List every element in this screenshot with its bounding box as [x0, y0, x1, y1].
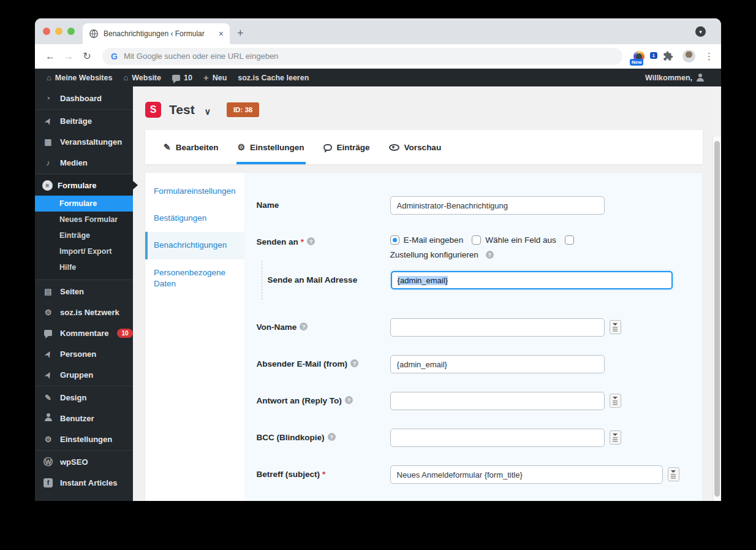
merge-tag-icon[interactable]: [610, 394, 621, 408]
help-icon[interactable]: [345, 396, 353, 404]
admin-bar-account[interactable]: Willkommen,: [640, 74, 710, 82]
page-title: Test: [169, 102, 195, 117]
send-to-email-input[interactable]: {admin_email}: [391, 271, 673, 289]
submenu-item-neues-formular[interactable]: Neues Formular: [35, 212, 133, 227]
browser-tab[interactable]: Benachrichtigungen ‹ Formular ×: [83, 23, 230, 44]
sidebar-item-einstellungen[interactable]: ⚙Einstellungen: [35, 429, 133, 449]
admin-bar-comments[interactable]: 10: [167, 74, 198, 82]
radio-icon[interactable]: [390, 235, 399, 245]
window-controls: [43, 28, 75, 35]
new-tab-button[interactable]: +: [237, 27, 244, 40]
sidebar-item-design[interactable]: ✎Design: [35, 387, 133, 408]
field-label: Von-Name: [257, 318, 390, 337]
reply-to-input[interactable]: [390, 392, 605, 410]
main-content: S Test ∨ ID: 38 ✎Bearbeiten ⚙Einstellung…: [133, 86, 721, 501]
tab-strip: Benachrichtigungen ‹ Formular × + ▾: [35, 18, 721, 44]
help-icon[interactable]: [350, 359, 358, 367]
submenu-item-hilfe[interactable]: Hilfe: [35, 259, 133, 275]
camera-extension-icon[interactable]: New: [633, 51, 644, 62]
submenu-item-eintraege[interactable]: Einträge: [35, 227, 133, 243]
minimize-window-button[interactable]: [55, 28, 62, 35]
admin-bar-cache[interactable]: soz.is Cache leeren: [232, 74, 314, 82]
from-name-input[interactable]: [390, 318, 605, 337]
field-row-sende-an-mail: Sende an Mail Adresse {admin_email}: [262, 261, 690, 300]
bcc-input[interactable]: [390, 429, 605, 447]
sidebar-item-slimstat[interactable]: ▂▅Slimstat: [35, 493, 133, 501]
sidebar-item-medien[interactable]: ♪Medien: [35, 152, 133, 173]
settings-panel: Formulareinstellungen Bestätigungen Bena…: [145, 173, 703, 501]
radio-zustellung-icon[interactable]: [565, 235, 574, 245]
sidebar-item-instant-articles[interactable]: fInstant Articles: [35, 472, 133, 493]
tab-close-icon[interactable]: ×: [217, 29, 225, 39]
scrollbar-thumb[interactable]: [714, 141, 720, 497]
user-icon: [42, 413, 54, 423]
merge-tag-icon[interactable]: [610, 430, 621, 445]
forward-icon[interactable]: →: [61, 51, 77, 62]
zoom-window-button[interactable]: [67, 28, 75, 35]
sidebar-item-dashboard[interactable]: ◔Dashboard: [35, 88, 133, 109]
help-icon[interactable]: [300, 323, 308, 330]
tab-eintraege[interactable]: Einträge: [322, 130, 371, 164]
form-switcher-caret-icon[interactable]: ∨: [205, 107, 211, 116]
settings-nav-benachrichtigungen[interactable]: Benachrichtigungen: [145, 232, 244, 259]
pages-icon: ▤: [42, 287, 54, 296]
settings-nav-bestaetigungen[interactable]: Bestätigungen: [145, 205, 244, 232]
sidebar-item-formulare[interactable]: ≡Formulare: [35, 175, 133, 196]
help-icon[interactable]: [328, 433, 336, 441]
wp-admin-bar: ⌂Meine Websites ⌂Website 10 +Neu soz.is …: [35, 69, 721, 86]
browser-menu-icon[interactable]: ⋮: [705, 51, 714, 62]
sidebar-item-seiten[interactable]: ▤Seiten: [35, 281, 133, 302]
sidebar-item-gruppen[interactable]: ➤Gruppen: [35, 364, 133, 385]
radio-email-eingeben[interactable]: E-Mail eingeben: [390, 235, 464, 245]
tab-search-chevron-icon[interactable]: ▾: [695, 26, 706, 37]
merge-tag-icon[interactable]: [610, 320, 621, 334]
comment-bubble-icon: [172, 75, 180, 81]
merge-tag-icon[interactable]: [668, 467, 679, 481]
browser-toolbar: ← → ↻ G Mit Google suchen oder eine URL …: [35, 44, 721, 69]
settings-nav-personenbezogene-daten[interactable]: Personenbezogene Daten: [145, 259, 244, 297]
settings-nav-formulareinstellungen[interactable]: Formulareinstellungen: [145, 178, 244, 205]
field-row-senden-an: Senden an* E-Mail eingeben Wähle ein Fel…: [257, 233, 690, 259]
admin-bar-site[interactable]: ⌂Website: [118, 73, 167, 82]
user-icon: [696, 74, 705, 82]
tab-bearbeiten[interactable]: ✎Bearbeiten: [162, 130, 220, 164]
submenu-item-import-export[interactable]: Import/ Export: [35, 243, 133, 259]
tab-vorschau[interactable]: Vorschau: [388, 130, 443, 164]
address-bar[interactable]: G Mit Google suchen oder eine URL eingeb…: [102, 48, 622, 65]
sidebar-item-wpseo[interactable]: ⓌwpSEO: [35, 451, 133, 472]
selected-text: {admin_email}: [398, 276, 448, 285]
sidebar-item-veranstaltungen[interactable]: ▦Veranstaltungen: [35, 131, 133, 152]
sidebar-item-sozis-netzwerk[interactable]: ⚙soz.is Netzwerk: [35, 302, 133, 323]
profile-avatar[interactable]: [682, 50, 695, 63]
sidebar-item-kommentare[interactable]: Kommentare10: [35, 323, 133, 343]
from-email-input[interactable]: [390, 355, 605, 373]
pin-icon: ➤: [41, 346, 55, 361]
close-window-button[interactable]: [43, 28, 50, 35]
extensions-puzzle-icon[interactable]: [663, 51, 673, 61]
field-row-von-name: Von-Name: [257, 318, 690, 337]
sidebar-item-benutzer[interactable]: Benutzer: [35, 408, 133, 429]
tab-einstellungen[interactable]: ⚙Einstellungen: [236, 130, 306, 164]
google-g-icon: G: [111, 52, 118, 61]
sidebar-item-personen[interactable]: ➤Personen: [35, 343, 133, 364]
wp-sidebar: ◔Dashboard ➤Beiträge ▦Veranstaltungen ♪M…: [35, 86, 133, 501]
tab-title: Benachrichtigungen ‹ Formular: [104, 29, 213, 38]
radio-icon[interactable]: [472, 235, 481, 245]
page-scrollbar: [713, 137, 721, 501]
help-icon[interactable]: [307, 237, 315, 245]
sidebar-item-beitraege[interactable]: ➤Beiträge: [35, 110, 133, 131]
form-tabs: ✎Bearbeiten ⚙Einstellungen Einträge Vors…: [145, 130, 703, 164]
radio-waehle-ein-feld[interactable]: Wähle ein Feld aus: [472, 235, 556, 245]
name-input[interactable]: [390, 196, 605, 215]
formulare-menu-block: ≡Formulare Formulare Neues Formular Eint…: [35, 175, 133, 279]
admin-bar-new[interactable]: +Neu: [198, 72, 232, 83]
submenu-item-formulare[interactable]: Formulare: [35, 196, 133, 212]
reload-icon[interactable]: ↻: [79, 50, 95, 62]
field-row-betreff: Betreff (subject)*: [257, 465, 690, 484]
subject-input[interactable]: [390, 465, 663, 484]
dashboard-icon: ◔: [42, 94, 54, 103]
comment-bubble-icon: [323, 144, 332, 151]
back-icon[interactable]: ←: [42, 51, 58, 62]
help-icon[interactable]: [486, 251, 494, 259]
admin-bar-my-sites[interactable]: ⌂Meine Websites: [41, 73, 118, 82]
